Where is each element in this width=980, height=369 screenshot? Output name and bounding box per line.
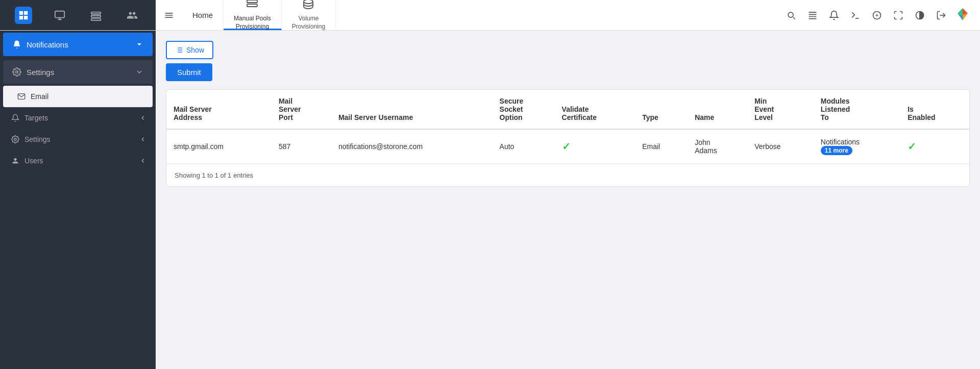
submit-button[interactable]: Submit <box>166 63 212 81</box>
modules-listened-content: Notifications 11 more <box>821 138 893 155</box>
col-validate-certificate: Validate Certificate <box>555 90 635 129</box>
settings-top-label: Settings <box>27 68 54 77</box>
show-label: Show <box>186 46 204 54</box>
table-header-row: Mail Server Address Mail Server Port Mai… <box>166 90 969 129</box>
table-footer-text: Showing 1 to 1 of 1 entries <box>175 171 253 179</box>
svg-rect-5 <box>247 4 257 7</box>
manual-pools-icon <box>246 0 258 13</box>
volume-provisioning-label: Volume Provisioning <box>292 15 325 31</box>
is-enabled-checkmark: ✓ <box>908 141 916 152</box>
svg-rect-1 <box>91 12 101 14</box>
svg-rect-0 <box>55 11 64 17</box>
layout: Notifications Settings Email Targets <box>0 31 980 369</box>
app-switcher <box>0 0 156 30</box>
targets-label: Targets <box>24 114 48 122</box>
email-label: Email <box>31 92 48 101</box>
bell-icon-btn[interactable] <box>825 6 843 24</box>
cell-validate-certificate: ✓ <box>555 129 635 164</box>
table-container: Mail Server Address Mail Server Port Mai… <box>166 89 970 187</box>
app-icon-monitor[interactable] <box>51 7 68 24</box>
settings-sub-label: Settings <box>24 135 51 143</box>
sidebar: Notifications Settings Email Targets <box>0 31 156 369</box>
toolbar: Show <box>166 41 970 59</box>
list-icon-btn[interactable] <box>803 6 822 24</box>
sidebar-item-targets[interactable]: Targets <box>0 107 156 129</box>
cell-name: John Adams <box>688 129 747 164</box>
hamburger-button[interactable] <box>156 0 182 30</box>
cell-mail-server-port: 587 <box>272 129 331 164</box>
top-right-icons <box>782 6 980 24</box>
app-icon-files[interactable] <box>15 7 32 24</box>
cell-mail-server-username: notifications@storone.com <box>331 129 493 164</box>
top-bar-right: Home Manual Pools Provisioning Volume Pr… <box>156 0 980 30</box>
table-row: smtp.gmail.com 587 notifications@storone… <box>166 129 969 164</box>
table-footer: Showing 1 to 1 of 1 entries <box>166 164 969 186</box>
show-button[interactable]: Show <box>166 41 213 59</box>
col-is-enabled: Is Enabled <box>900 90 969 129</box>
cell-mail-server-address: smtp.gmail.com <box>166 129 272 164</box>
sidebar-item-notifications[interactable]: Notifications <box>3 33 153 56</box>
svg-point-13 <box>16 71 18 73</box>
svg-rect-4 <box>247 0 257 3</box>
svg-point-14 <box>14 138 16 140</box>
col-mail-server-address: Mail Server Address <box>166 90 272 129</box>
col-modules-listened-to: Modules Listened To <box>814 90 900 129</box>
app-icon-users[interactable] <box>124 7 141 24</box>
validate-cert-checkmark: ✓ <box>562 141 571 152</box>
modules-notifications-text: Notifications <box>821 138 893 146</box>
manual-pools-label: Manual Pools Provisioning <box>234 15 271 31</box>
col-min-event-level: Min Event Level <box>747 90 814 129</box>
app-icon-storage[interactable] <box>87 7 105 24</box>
col-mail-server-username: Mail Server Username <box>331 90 493 129</box>
volume-provisioning-icon <box>302 0 314 13</box>
submit-toolbar: Submit <box>166 63 970 81</box>
sidebar-item-users[interactable]: Users <box>0 150 156 171</box>
tab-manual-pools[interactable]: Manual Pools Provisioning <box>224 0 282 30</box>
svg-rect-2 <box>91 15 101 17</box>
submit-label: Submit <box>177 68 201 77</box>
terminal-icon-btn[interactable] <box>846 6 865 24</box>
top-bar: Home Manual Pools Provisioning Volume Pr… <box>0 0 980 31</box>
contrast-icon-btn[interactable] <box>911 6 929 24</box>
home-label: Home <box>192 11 213 19</box>
fullscreen-icon-btn[interactable] <box>889 6 908 24</box>
sidebar-item-email[interactable]: Email <box>3 86 153 107</box>
cell-is-enabled: ✓ <box>900 129 969 164</box>
sidebar-item-settings-sub[interactable]: Settings <box>0 129 156 150</box>
col-name: Name <box>688 90 747 129</box>
svg-point-8 <box>304 0 313 4</box>
tab-volume-provisioning[interactable]: Volume Provisioning <box>282 0 336 30</box>
search-icon-btn[interactable] <box>782 6 800 24</box>
email-targets-table: Mail Server Address Mail Server Port Mai… <box>166 90 969 164</box>
circle-icon-btn[interactable] <box>868 6 886 24</box>
col-mail-server-port: Mail Server Port <box>272 90 331 129</box>
app-logo <box>953 6 972 24</box>
sidebar-item-settings-top[interactable]: Settings <box>3 60 153 84</box>
home-tab[interactable]: Home <box>182 0 224 30</box>
cell-modules-listened-to: Notifications 11 more <box>814 129 900 164</box>
col-type: Type <box>635 90 688 129</box>
users-label: Users <box>24 157 43 165</box>
cell-min-event-level: Verbose <box>747 129 814 164</box>
main-content: Show Submit Mail Server Address Mail Ser… <box>156 31 980 369</box>
cell-type: Email <box>635 129 688 164</box>
col-secure-socket-option: Secure Socket Option <box>493 90 555 129</box>
svg-rect-3 <box>91 18 101 20</box>
cell-secure-socket-option: Auto <box>493 129 555 164</box>
export-icon-btn[interactable] <box>932 6 950 24</box>
modules-badge[interactable]: 11 more <box>821 146 852 155</box>
notifications-label: Notifications <box>27 40 68 49</box>
